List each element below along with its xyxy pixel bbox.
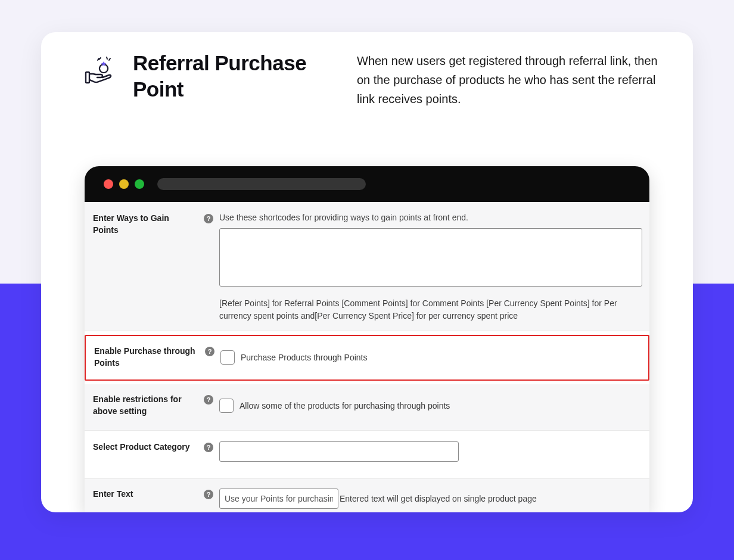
window-titlebar [85, 166, 649, 202]
referral-hand-star-icon [83, 52, 116, 86]
ways-desc: [Refer Points] for Referral Points [Comm… [219, 297, 642, 322]
ways-textarea[interactable] [219, 228, 642, 287]
help-icon[interactable]: ? [204, 214, 213, 223]
enable-purchase-checkbox[interactable] [220, 350, 235, 365]
label-enable-restrictions: Enable restrictions for above setting [85, 394, 204, 417]
row-enter-text: Enter Text ? Entered text will get displ… [85, 479, 649, 512]
row-category: Select Product Category ? [85, 431, 649, 479]
ways-hint: Use these shortcodes for providing ways … [219, 213, 468, 222]
settings-form: Enter Ways to Gain Points ? Use these sh… [85, 202, 649, 512]
hero-title: Referral Purchase Point [133, 50, 345, 102]
help-icon[interactable]: ? [204, 443, 213, 452]
feature-card: Referral Purchase Point When new users g… [41, 32, 693, 512]
traffic-lights [104, 179, 144, 189]
help-icon[interactable]: ? [205, 347, 214, 356]
label-category: Select Product Category [85, 441, 204, 462]
label-ways: Enter Ways to Gain Points [85, 213, 204, 322]
restrictions-checkbox[interactable] [219, 399, 234, 413]
maximize-icon[interactable] [135, 179, 144, 189]
enter-text-input[interactable] [219, 489, 338, 509]
restrictions-checkbox-label: Allow some of the products for purchasin… [240, 401, 450, 410]
minimize-icon[interactable] [119, 179, 129, 189]
row-enable-purchase: Enable Purchase through Points ? Purchas… [85, 335, 649, 381]
label-enter-text: Enter Text [85, 489, 204, 509]
row-ways-to-gain: Enter Ways to Gain Points ? Use these sh… [85, 202, 649, 331]
row-enable-restrictions: Enable restrictions for above setting ? … [85, 384, 649, 431]
address-bar[interactable] [157, 178, 366, 190]
enable-purchase-checkbox-label: Purchase Products through Points [241, 353, 367, 362]
hero: Referral Purchase Point When new users g… [41, 32, 693, 108]
help-icon[interactable]: ? [204, 395, 213, 405]
browser-window: Enter Ways to Gain Points ? Use these sh… [85, 166, 649, 512]
hero-description: When new users get registered through re… [357, 50, 663, 108]
svg-rect-0 [86, 72, 89, 83]
label-enable-purchase: Enable Purchase through Points [86, 346, 205, 369]
help-icon[interactable]: ? [204, 490, 213, 499]
close-icon[interactable] [104, 179, 113, 189]
enter-text-desc: Entered text will get displayed on singl… [340, 494, 537, 503]
category-input[interactable] [219, 441, 459, 462]
